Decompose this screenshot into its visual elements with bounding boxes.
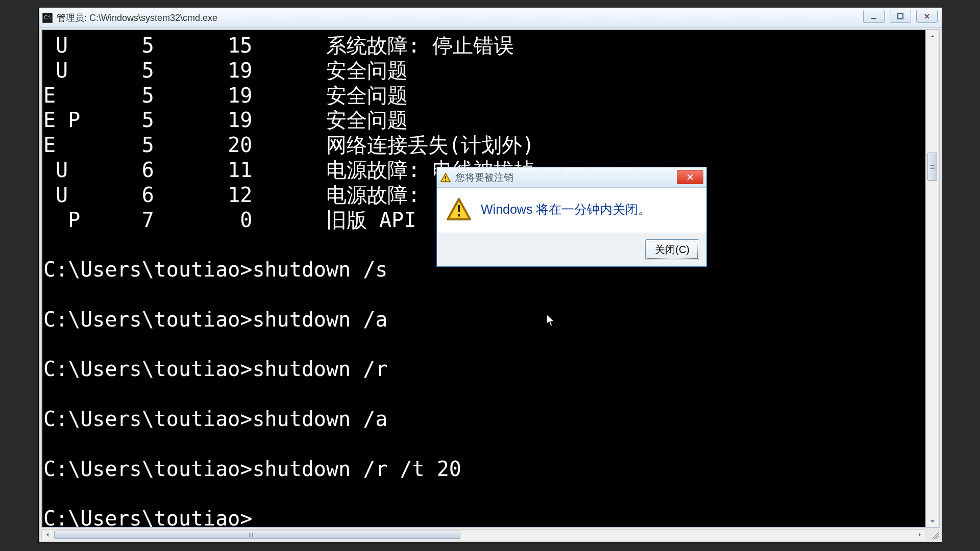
scroll-right-button[interactable] (914, 530, 925, 540)
cmd-icon: C:\ (42, 13, 53, 23)
close-icon (687, 173, 694, 181)
svg-rect-4 (458, 205, 460, 212)
window-title: 管理员: C:\Windows\system32\cmd.exe (57, 12, 217, 24)
svg-rect-3 (445, 180, 446, 181)
scroll-up-button[interactable] (926, 30, 939, 42)
minimize-button[interactable] (863, 10, 885, 23)
vertical-scroll-thumb[interactable] (927, 153, 937, 181)
dialog-close-button[interactable] (677, 170, 703, 184)
dialog-title: 您将要被注销 (455, 171, 513, 184)
close-window-button[interactable] (916, 10, 938, 23)
titlebar[interactable]: C:\ 管理员: C:\Windows\system32\cmd.exe (39, 8, 942, 28)
svg-rect-1 (898, 14, 903, 19)
dialog-titlebar[interactable]: 您将要被注销 (437, 167, 706, 188)
warning-small-icon (440, 172, 451, 183)
scroll-down-button[interactable] (926, 515, 939, 527)
terminal-output[interactable]: U 5 15 系统故障: 停止错误 U 5 19 安全问题 E 5 19 安全问… (42, 30, 924, 527)
svg-rect-0 (871, 18, 876, 19)
dialog-message: Windows 将在一分钟内关闭。 (481, 201, 651, 218)
terminal-area: U 5 15 系统故障: 停止错误 U 5 19 安全问题 E 5 19 安全问… (41, 29, 940, 528)
resize-grip[interactable] (929, 530, 939, 539)
warning-icon (446, 197, 472, 221)
shutdown-dialog: 您将要被注销 Windows 将在一分钟内关闭。 关闭(C) (436, 167, 707, 267)
dialog-ok-button[interactable]: 关闭(C) (645, 239, 699, 260)
svg-rect-2 (445, 176, 446, 179)
horizontal-scrollbar[interactable] (41, 529, 925, 540)
scroll-left-button[interactable] (42, 530, 53, 540)
vertical-scrollbar[interactable] (925, 30, 939, 527)
cmd-window: C:\ 管理员: C:\Windows\system32\cmd.exe U 5… (38, 8, 942, 543)
svg-rect-5 (458, 214, 460, 216)
horizontal-scroll-thumb[interactable] (54, 531, 460, 539)
maximize-button[interactable] (890, 10, 911, 23)
